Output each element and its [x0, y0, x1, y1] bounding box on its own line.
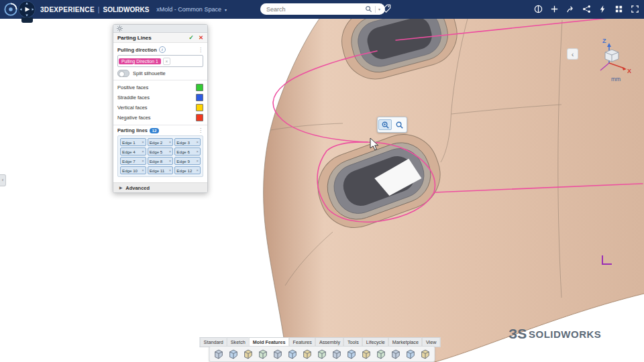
face-color-swatch[interactable]: [196, 104, 203, 111]
split-silhouette-toggle[interactable]: [117, 70, 129, 77]
apps-icon[interactable]: [613, 4, 624, 15]
property-manager-tabstrip: [113, 25, 207, 33]
edge-chip[interactable]: Edge 9×: [174, 157, 201, 165]
edge-remove-icon[interactable]: ×: [142, 168, 144, 172]
edge-remove-icon[interactable]: ×: [142, 159, 144, 163]
undercut-analysis-icon[interactable]: [315, 348, 329, 360]
workspace-chevron-icon[interactable]: ▾: [225, 7, 227, 12]
brand-name: 3DEXPERIENCE: [40, 6, 95, 13]
panel-title-bar: Parting Lines ✓ ✕: [113, 33, 207, 43]
status-icon[interactable]: [533, 4, 543, 15]
info-icon[interactable]: i: [159, 46, 166, 53]
tooling-split-icon[interactable]: [374, 348, 388, 360]
search-divider: [375, 6, 376, 13]
search-input[interactable]: [265, 5, 362, 13]
face-color-swatch[interactable]: [196, 94, 203, 101]
magnifying-glass-icon[interactable]: [392, 119, 406, 130]
tag-icon[interactable]: [380, 3, 392, 15]
expand-icon: ▶: [119, 186, 122, 190]
panel-title: Parting Lines: [117, 35, 152, 41]
edge-chip-label: Edge 2: [150, 140, 163, 145]
model-viewport[interactable]: [0, 19, 644, 362]
context-mini-toolbar: [377, 117, 407, 133]
face-color-swatch[interactable]: [196, 84, 203, 91]
edge-remove-icon[interactable]: ×: [142, 149, 144, 154]
axis-z-label: Z: [602, 38, 606, 44]
edge-chip-label: Edge 4: [122, 149, 136, 154]
section-view-icon[interactable]: [419, 348, 433, 360]
edge-chip[interactable]: Edge 11×: [148, 166, 174, 174]
3dexperience-logo-icon[interactable]: [4, 3, 17, 16]
edge-chip[interactable]: Edge 5×: [148, 147, 174, 156]
search-icon[interactable]: [365, 5, 372, 13]
settings-icon[interactable]: [271, 348, 285, 360]
edge-remove-icon[interactable]: ×: [196, 140, 199, 144]
edge-chip[interactable]: Edge 3×: [174, 138, 201, 146]
divider: [113, 125, 207, 125]
edge-remove-icon[interactable]: ×: [169, 168, 172, 172]
select-icon[interactable]: [212, 348, 226, 360]
app-title: 3DEXPERIENCE | SOLIDWORKS xMold - Common…: [40, 0, 227, 19]
pulling-direction-input[interactable]: Pulling Direction 1 ×: [117, 55, 203, 67]
previous-view-button[interactable]: ‹: [567, 48, 578, 60]
units-label: mm: [611, 76, 621, 82]
edge-chip-label: Edge 5: [150, 149, 163, 154]
divider: [113, 80, 207, 80]
edge-chip[interactable]: Edge 8×: [148, 157, 174, 165]
edge-chip[interactable]: Edge 6×: [174, 147, 201, 156]
zoom-to-selection-icon[interactable]: [378, 119, 392, 130]
property-manager-tab-icon[interactable]: [117, 25, 123, 32]
search-bar[interactable]: ▾: [260, 3, 385, 15]
parting-lines-icon[interactable]: [330, 348, 344, 360]
edge-chip[interactable]: Edge 4×: [120, 147, 146, 156]
parting-surfaces-icon[interactable]: [360, 348, 374, 360]
fullscreen-icon[interactable]: [629, 4, 640, 15]
edge-remove-icon[interactable]: ×: [169, 159, 172, 163]
solidworks-logo: ЗS SOLIDWORKS: [508, 325, 619, 343]
pulling-direction-chip[interactable]: Pulling Direction 1: [119, 58, 161, 64]
edge-remove-icon[interactable]: ×: [142, 140, 144, 144]
pulling-direction-section: Pulling direction i ⋮: [117, 46, 203, 53]
edge-remove-icon[interactable]: ×: [196, 159, 199, 163]
3dexperience-compass-icon[interactable]: [18, 1, 36, 18]
ok-button[interactable]: ✓: [189, 34, 194, 41]
edge-remove-icon[interactable]: ×: [196, 168, 199, 172]
section-menu-icon[interactable]: ⋮: [198, 47, 203, 53]
parting-lines-label: Parting lines: [117, 127, 148, 133]
section-menu-icon[interactable]: ⋮: [198, 127, 203, 133]
panel-flyout-tab[interactable]: ‹: [0, 174, 6, 186]
rebuild-icon[interactable]: [286, 348, 300, 360]
edge-chip-label: Edge 7: [122, 159, 136, 164]
compass-drawer-tab[interactable]: [21, 17, 33, 23]
share-icon[interactable]: [565, 4, 576, 15]
lightning-icon[interactable]: [597, 4, 608, 15]
edge-remove-icon[interactable]: ×: [196, 149, 199, 154]
save-icon[interactable]: [241, 348, 256, 360]
cancel-button[interactable]: ✕: [199, 34, 203, 41]
edge-chip[interactable]: Edge 10×: [120, 166, 146, 174]
workspace-switcher[interactable]: xMold - Common Space: [156, 6, 221, 13]
edge-remove-icon[interactable]: ×: [169, 149, 172, 154]
pulling-direction-label: Pulling direction: [117, 47, 157, 53]
solidworks-logo-text: SOLIDWORKS: [529, 328, 601, 340]
edge-remove-icon[interactable]: ×: [169, 140, 172, 144]
edge-selection-list: Edge 1×Edge 2×Edge 3×Edge 4×Edge 5×Edge …: [117, 135, 203, 177]
face-color-swatch[interactable]: [196, 114, 203, 121]
edge-chip[interactable]: Edge 1×: [120, 138, 146, 146]
sketch-icon[interactable]: [227, 348, 241, 360]
network-icon[interactable]: [581, 4, 592, 15]
edge-chip[interactable]: Edge 2×: [148, 138, 174, 146]
edge-chip-label: Edge 9: [176, 159, 190, 164]
edge-chip[interactable]: Edge 7×: [120, 157, 146, 165]
top-bar: 3DEXPERIENCE | SOLIDWORKS xMold - Common…: [0, 0, 644, 19]
measure-icon[interactable]: [404, 348, 418, 360]
core-icon[interactable]: [389, 348, 403, 360]
axis-x-label: X: [627, 68, 631, 74]
edge-chip[interactable]: Edge 12×: [174, 166, 201, 174]
shut-off-surfaces-icon[interactable]: [345, 348, 359, 360]
add-icon[interactable]: [549, 4, 559, 15]
chip-remove-icon[interactable]: ×: [163, 58, 170, 65]
draft-analysis-icon[interactable]: [301, 348, 315, 360]
advanced-expander[interactable]: ▶ Advanced: [113, 182, 207, 192]
print-icon[interactable]: [256, 348, 270, 360]
